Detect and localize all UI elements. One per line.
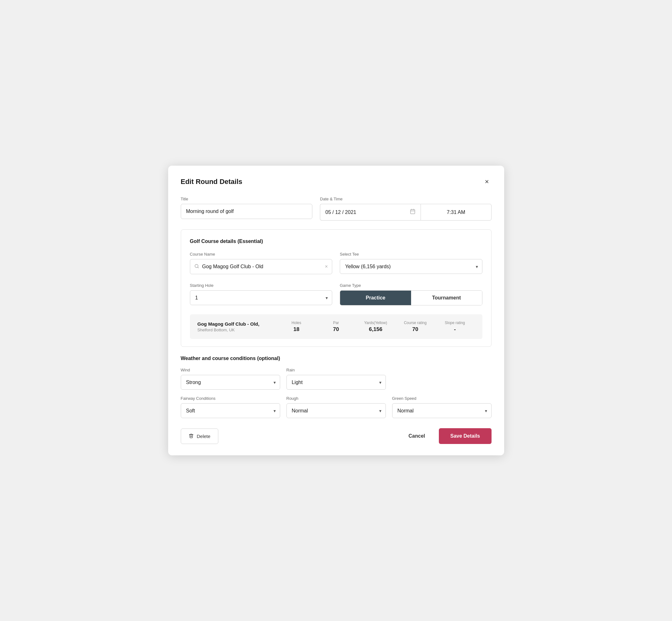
svg-rect-0 [411,210,415,214]
weather-section-title: Weather and course conditions (optional) [181,356,492,361]
slope-rating-value: - [435,326,475,333]
fairway-group: Fairway Conditions Soft ▾ [181,396,280,418]
green-speed-group: Green Speed Normal ▾ [392,396,492,418]
clear-icon[interactable]: × [325,264,328,270]
course-search-wrap: × [190,259,333,274]
par-value: 70 [316,326,356,333]
green-speed-label: Green Speed [392,396,492,401]
course-location: Shelford Bottom, UK [198,328,277,332]
rough-label: Rough [287,396,386,401]
close-button[interactable]: × [482,177,492,187]
holes-value: 18 [277,326,317,333]
par-stat: Par 70 [316,321,356,333]
course-name-input[interactable] [190,259,333,274]
trash-icon [189,433,194,439]
fairway-label: Fairway Conditions [181,396,280,401]
wind-select-wrap: Strong ▾ [181,375,280,390]
modal-header: Edit Round Details × [181,177,492,187]
starting-hole-wrap: 1 ▾ [190,290,333,305]
slope-rating-stat: Slope rating - [435,321,475,333]
starting-hole-select[interactable]: 1 [190,290,333,305]
cancel-button[interactable]: Cancel [402,429,431,443]
rough-group: Rough Normal ▾ [287,396,386,418]
starting-hole-group: Starting Hole 1 ▾ [190,283,333,305]
course-tee-row: Course Name × Select Tee Yell [190,252,482,274]
select-tee-label: Select Tee [340,252,482,256]
course-info-name: Gog Magog Golf Club - Old, Shelford Bott… [198,321,277,332]
yards-value: 6,156 [356,326,395,333]
time-field[interactable]: 7:31 AM [421,204,491,220]
rough-select-wrap: Normal ▾ [287,403,386,418]
rain-select-wrap: Light ▾ [287,375,386,390]
golf-course-section: Golf Course details (Essential) Course N… [181,230,492,347]
tournament-button[interactable]: Tournament [411,291,482,305]
slope-rating-label: Slope rating [435,321,475,325]
footer-right: Cancel Save Details [402,428,492,444]
delete-label: Delete [197,433,210,439]
save-button[interactable]: Save Details [439,428,491,444]
fairway-rough-green-row: Fairway Conditions Soft ▾ Rough Normal ▾ [181,396,492,418]
rough-select[interactable]: Normal [287,403,386,418]
hole-gametype-row: Starting Hole 1 ▾ Game Type Practice Tou… [190,283,482,305]
game-type-label: Game Type [340,283,482,288]
green-speed-select[interactable]: Normal [392,403,492,418]
course-name-group: Course Name × [190,252,333,274]
footer-row: Delete Cancel Save Details [181,428,492,444]
course-rating-label: Course rating [395,321,435,325]
yards-label: Yards(Yellow) [356,321,395,325]
date-value: 05 / 12 / 2021 [325,210,356,215]
starting-hole-label: Starting Hole [190,283,333,288]
date-time-fields: 05 / 12 / 2021 7:31 AM [320,204,491,220]
datetime-label: Date & Time [320,197,491,201]
delete-button[interactable]: Delete [181,428,218,444]
game-type-group: Game Type Practice Tournament [340,283,482,305]
course-main-name: Gog Magog Golf Club - Old, [198,321,277,327]
wind-select[interactable]: Strong [181,375,280,390]
course-name-label: Course Name [190,252,333,256]
rain-select[interactable]: Light [287,375,386,390]
course-rating-value: 70 [395,326,435,333]
practice-button[interactable]: Practice [340,291,411,305]
title-group: Title [181,197,313,220]
rain-label: Rain [287,368,386,372]
title-datetime-row: Title Date & Time 05 / 12 / 2021 [181,197,492,220]
select-tee-wrap: Yellow (6,156 yards) ▾ [340,259,482,274]
select-tee-group: Select Tee Yellow (6,156 yards) ▾ [340,252,482,274]
title-label: Title [181,197,313,201]
game-type-toggle: Practice Tournament [340,290,482,305]
time-value: 7:31 AM [447,210,465,215]
edit-round-modal: Edit Round Details × Title Date & Time 0… [168,166,504,455]
select-tee-input[interactable]: Yellow (6,156 yards) [340,259,482,274]
datetime-group: Date & Time 05 / 12 / 2021 7:31 AM [320,197,491,220]
date-field[interactable]: 05 / 12 / 2021 [320,204,421,220]
par-label: Par [316,321,356,325]
rain-group: Rain Light ▾ [287,368,386,390]
yards-stat: Yards(Yellow) 6,156 [356,321,395,333]
weather-section: Weather and course conditions (optional)… [181,356,492,418]
green-speed-select-wrap: Normal ▾ [392,403,492,418]
wind-group: Wind Strong ▾ [181,368,280,390]
holes-stat: Holes 18 [277,321,317,333]
course-info-card: Gog Magog Golf Club - Old, Shelford Bott… [190,314,482,339]
wind-label: Wind [181,368,280,372]
fairway-select-wrap: Soft ▾ [181,403,280,418]
search-icon [194,264,199,270]
svg-line-5 [198,267,199,268]
holes-label: Holes [277,321,317,325]
calendar-icon [410,209,416,216]
title-input[interactable] [181,204,313,219]
golf-section-title: Golf Course details (Essential) [190,239,482,244]
wind-rain-row: Wind Strong ▾ Rain Light ▾ [181,368,492,390]
modal-title: Edit Round Details [181,178,243,186]
fairway-select[interactable]: Soft [181,403,280,418]
course-rating-stat: Course rating 70 [395,321,435,333]
